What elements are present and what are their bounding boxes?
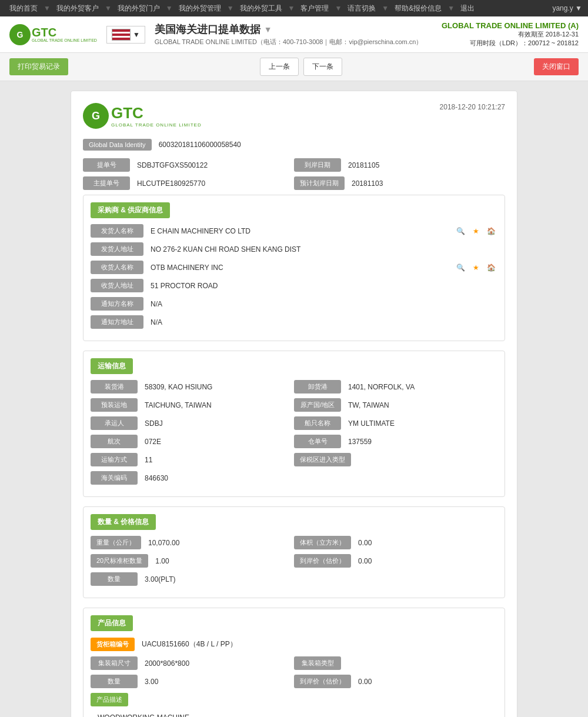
bill-left: 提单号 SDBJTGFGXS500122 <box>83 158 294 172</box>
arrival-price-label: 到岸价（估价） <box>294 554 351 568</box>
consignee-address-label: 收货人地址 <box>91 279 143 292</box>
consignee-name-label: 收货人名称 <box>91 261 143 274</box>
document-card: G GTC GLOBAL TRADE ONLINE LIMITED 2018-1… <box>71 91 517 717</box>
nav-language[interactable]: 语言切换 <box>344 4 379 14</box>
nav-customer[interactable]: 客户管理 <box>297 4 332 14</box>
username[interactable]: yang.y ▼ <box>552 4 582 12</box>
price-section: 数量 & 价格信息 重量（公斤）10,070.00 体积（立方米）0.00 20… <box>83 506 505 598</box>
validity: 有效期至 2018-12-31 <box>442 30 579 39</box>
arrival-value: 20181105 <box>341 159 386 172</box>
product-arrival-price-value: 0.00 <box>351 675 379 688</box>
top-navigation: 我的首页 ▼ 我的外贸客户 ▼ 我的外贸门户 ▼ 我的外贸管理 ▼ 我的外贸工具… <box>0 0 588 16</box>
teu-label: 20尺标准柜数量 <box>91 554 148 568</box>
weight-value: 10,070.00 <box>141 536 186 549</box>
main-content: G GTC GLOBAL TRADE ONLINE LIMITED 2018-1… <box>0 81 588 717</box>
product-section: 产品信息 货柜箱编号 UACU8151660（4B / L / PP） 集装箱尺… <box>83 608 505 717</box>
search-icon[interactable]: 🔍 <box>454 225 467 238</box>
carrier-row: 承运人SDBJ 船只名称YM ULTIMATE <box>91 416 497 430</box>
product-qty-label: 数量 <box>91 675 138 688</box>
doc-logo-sub: GLOBAL TRADE ONLINE LIMITED <box>111 122 202 128</box>
arrival-label: 到岸日期 <box>294 158 341 172</box>
vessel-label: 船只名称 <box>294 416 341 430</box>
product-desc-value: WOODWORKING MACHINE <box>91 711 497 717</box>
consignee-icons: 🔍 ★ 🏠 <box>454 261 497 274</box>
star-icon[interactable]: ★ <box>469 225 482 238</box>
doc-logo: G GTC GLOBAL TRADE ONLINE LIMITED <box>83 103 202 129</box>
main-bill-left: 主提单号 HLCUTPE180925770 <box>83 176 294 190</box>
planned-arrival-label: 预计划岸日期 <box>294 176 345 190</box>
nav-home[interactable]: 我的首页 <box>6 4 41 14</box>
carrier-label: 承运人 <box>91 416 138 430</box>
warehouse-value: 137559 <box>341 435 379 448</box>
planned-arrival-value: 20181103 <box>345 177 390 190</box>
header-left: G GTC GLOBAL TRADE ONLINE LIMITED ▼ 美国海关… <box>9 22 422 46</box>
flag-selector[interactable]: ▼ <box>106 26 145 44</box>
loading-port-value: 58309, KAO HSIUNG <box>138 381 219 393</box>
home-icon[interactable]: 🏠 <box>485 225 497 238</box>
logo-circle: G <box>9 24 31 45</box>
consignee-address-row: 收货人地址 51 PROCTOR ROAD <box>91 279 497 292</box>
discharge-port-value: 1401, NORFOLK, VA <box>341 381 422 393</box>
next-button-top[interactable]: 下一条 <box>303 58 342 76</box>
loading-port-label: 装货港 <box>91 380 138 393</box>
ldr: 可用时段（LDR）：200712 ~ 201812 <box>442 39 579 48</box>
doc-header: G GTC GLOBAL TRADE ONLINE LIMITED 2018-1… <box>83 103 505 129</box>
consignee-name-row: 收货人名称 OTB MACHINERY INC 🔍 ★ 🏠 <box>91 261 497 274</box>
product-desc-btn-row: 产品描述 <box>91 693 497 706</box>
voyage-row: 航次072E 仓单号137559 <box>91 435 497 448</box>
nav-help[interactable]: 帮助&报价信息 <box>391 4 445 14</box>
page-header: G GTC GLOBAL TRADE ONLINE LIMITED ▼ 美国海关… <box>0 16 588 53</box>
nav-clients[interactable]: 我的外贸客户 <box>53 4 102 14</box>
nav-portal[interactable]: 我的外贸门户 <box>114 4 163 14</box>
consignee-search-icon[interactable]: 🔍 <box>454 261 467 274</box>
main-bill-row: 主提单号 HLCUTPE180925770 预计划岸日期 20181103 <box>83 176 505 190</box>
container-type-label: 集装箱类型 <box>294 656 341 670</box>
page-subtitle: GLOBAL TRADE ONLINE LIMITED（电话：400-710-3… <box>155 38 423 46</box>
arrival-price-value: 0.00 <box>351 555 379 568</box>
customs-code-value: 846630 <box>138 472 175 485</box>
weight-label: 重量（公斤） <box>91 536 141 549</box>
warehouse-label: 仓单号 <box>294 435 341 448</box>
logo-gtc: GTC <box>32 26 97 38</box>
doc-logo-circle: G <box>83 103 109 129</box>
bill-value: SDBJTGFGXS500122 <box>130 159 215 172</box>
carrier-value: SDBJ <box>138 417 170 430</box>
supplier-section-header: 采购商 & 供应商信息 <box>91 202 170 218</box>
print-button-top[interactable]: 打印贸易记录 <box>9 58 68 75</box>
notify-name-row: 通知方名称 N/A <box>91 297 497 311</box>
voyage-label: 航次 <box>91 435 138 448</box>
shipper-address-row: 发货人地址 NO 276-2 KUAN CHI ROAD SHEN KANG D… <box>91 242 497 256</box>
toolbar-center: 上一条 下一条 <box>260 58 342 76</box>
qty-label: 数量 <box>91 572 138 586</box>
product-arrival-price-label: 到岸价（估价） <box>294 675 351 688</box>
nav-logout[interactable]: 退出 <box>457 4 478 14</box>
title-arrow: ▼ <box>264 25 272 34</box>
nav-manage[interactable]: 我的外贸管理 <box>175 4 225 14</box>
notify-address-row: 通知方地址 N/A <box>91 315 497 329</box>
consignee-home-icon[interactable]: 🏠 <box>485 261 497 274</box>
product-desc-btn[interactable]: 产品描述 <box>91 693 128 706</box>
container-no-row: 货柜箱编号 UACU8151660（4B / L / PP） <box>91 637 497 652</box>
shipper-name-label: 发货人名称 <box>91 224 143 238</box>
notify-name-value: N/A <box>143 298 497 311</box>
transport-mode-label: 运输方式 <box>91 453 138 466</box>
product-section-header: 产品信息 <box>91 615 133 631</box>
gdi-value: 600320181106000058540 <box>152 138 248 151</box>
container-no-btn[interactable]: 货柜箱编号 <box>91 638 135 651</box>
volume-label: 体积（立方米） <box>294 536 351 549</box>
main-bill-label: 主提单号 <box>83 176 130 190</box>
top-toolbar: 打印贸易记录 上一条 下一条 关闭窗口 <box>0 53 588 81</box>
prev-button-top[interactable]: 上一条 <box>260 58 299 76</box>
qty-row: 数量3.00(PLT) <box>91 572 497 586</box>
bill-row: 提单号 SDBJTGFGXS500122 到岸日期 20181105 <box>83 158 505 172</box>
voyage-value: 072E <box>138 435 168 448</box>
user-info: yang.y ▼ <box>552 4 582 12</box>
nav-tools[interactable]: 我的外贸工具 <box>236 4 286 14</box>
container-size-row: 集装箱尺寸2000*806*800 集装箱类型 <box>91 656 497 670</box>
consignee-star-icon[interactable]: ★ <box>469 261 482 274</box>
origin-country-label: 原产国/地区 <box>294 398 341 412</box>
doc-datetime: 2018-12-20 10:21:27 <box>440 103 505 111</box>
close-button-top[interactable]: 关闭窗口 <box>534 58 579 75</box>
customs-code-row: 海关编码846630 <box>91 471 497 485</box>
supplier-section: 采购商 & 供应商信息 发货人名称 E CHAIN MACHINERY CO L… <box>83 195 505 341</box>
